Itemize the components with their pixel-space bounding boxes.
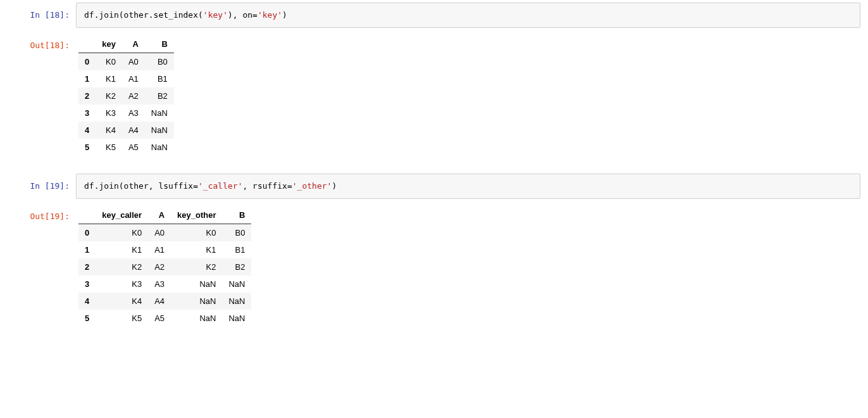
table-cell: K3 bbox=[96, 276, 148, 293]
table-cell: A3 bbox=[122, 104, 145, 122]
code-tokens: df.join(other.set_index('key'), on='key'… bbox=[84, 10, 287, 20]
table-cell: A4 bbox=[122, 122, 145, 139]
table-cell: A4 bbox=[148, 293, 171, 310]
column-header: key_other bbox=[171, 206, 222, 224]
code-token: '_caller' bbox=[198, 181, 242, 191]
table-cell: K0 bbox=[171, 224, 222, 242]
column-header: key bbox=[96, 35, 122, 53]
table-cell: A5 bbox=[122, 139, 145, 156]
table-cell: NaN bbox=[145, 122, 174, 139]
table-row: 2K2A2B2 bbox=[78, 87, 174, 104]
input-cell-0: In [18]: df.join(other.set_index('key'),… bbox=[0, 0, 868, 30]
output-cell-0: Out[18]: keyAB0K0A0B01K1A1B12K2A2B23K3A3… bbox=[0, 30, 868, 171]
code-tokens: df.join(other, lsuffix='_caller', rsuffi… bbox=[84, 181, 337, 191]
table-row: 4K4A4NaN bbox=[78, 122, 174, 139]
table-cell: K0 bbox=[96, 53, 122, 71]
code-token: 'key' bbox=[203, 10, 228, 20]
table-cell: K3 bbox=[96, 104, 122, 122]
output-cell-1: Out[19]: key_callerAkey_otherB0K0A0K0B01… bbox=[0, 201, 868, 342]
table-cell: B1 bbox=[222, 241, 251, 258]
table-cell: K5 bbox=[96, 139, 122, 156]
table-row: 4K4A4NaNNaN bbox=[78, 293, 251, 310]
row-index: 3 bbox=[78, 276, 96, 293]
code-token: ) bbox=[282, 10, 287, 20]
row-index: 0 bbox=[78, 224, 96, 242]
code-token: df.join(other.set_index( bbox=[84, 10, 203, 20]
out-prompt: Out[19]: bbox=[0, 204, 76, 222]
column-header: B bbox=[222, 206, 251, 224]
table-cell: K1 bbox=[96, 241, 148, 258]
row-index: 1 bbox=[78, 241, 96, 258]
row-index: 3 bbox=[78, 104, 96, 122]
table-cell: NaN bbox=[222, 276, 251, 293]
column-header: A bbox=[122, 35, 145, 53]
table-row: 2K2A2K2B2 bbox=[78, 258, 251, 276]
out-prompt: Out[18]: bbox=[0, 33, 76, 51]
table-cell: K4 bbox=[96, 293, 148, 310]
table-cell: NaN bbox=[145, 104, 174, 122]
column-header: key_caller bbox=[96, 206, 148, 224]
table-cell: K1 bbox=[96, 70, 122, 87]
table-cell: K2 bbox=[171, 258, 222, 276]
row-index: 1 bbox=[78, 70, 96, 87]
code-area[interactable]: df.join(other, lsuffix='_caller', rsuffi… bbox=[76, 174, 860, 199]
table-corner bbox=[78, 35, 96, 53]
code-token: ), on= bbox=[228, 10, 257, 20]
table-cell: NaN bbox=[222, 293, 251, 310]
table-cell: B0 bbox=[222, 224, 251, 242]
output-area: keyAB0K0A0B01K1A1B12K2A2B23K3A3NaN4K4A4N… bbox=[76, 33, 868, 168]
code-token: ) bbox=[332, 181, 337, 191]
code-block: df.join(other.set_index('key'), on='key'… bbox=[84, 10, 852, 21]
column-header: A bbox=[148, 206, 171, 224]
dataframe-table: keyAB0K0A0B01K1A1B12K2A2B23K3A3NaN4K4A4N… bbox=[78, 35, 174, 156]
row-index: 5 bbox=[78, 139, 96, 156]
table-cell: B0 bbox=[145, 53, 174, 71]
table-row: 5K5A5NaNNaN bbox=[78, 310, 251, 327]
table-cell: K4 bbox=[96, 122, 122, 139]
table-cell: A0 bbox=[122, 53, 145, 71]
output-area: key_callerAkey_otherB0K0A0K0B01K1A1K1B12… bbox=[76, 204, 868, 339]
row-index: 0 bbox=[78, 53, 96, 71]
in-prompt: In [18]: bbox=[0, 3, 76, 20]
table-row: 1K1A1B1 bbox=[78, 70, 174, 87]
table-cell: A3 bbox=[148, 276, 171, 293]
table-row: 5K5A5NaN bbox=[78, 139, 174, 156]
code-block: df.join(other, lsuffix='_caller', rsuffi… bbox=[84, 180, 852, 192]
table-cell: B1 bbox=[145, 70, 174, 87]
table-cell: A0 bbox=[148, 224, 171, 242]
table-cell: A1 bbox=[122, 70, 145, 87]
table-cell: K5 bbox=[96, 310, 148, 327]
table-cell: K1 bbox=[171, 241, 222, 258]
table-cell: NaN bbox=[171, 276, 222, 293]
row-index: 5 bbox=[78, 310, 96, 327]
table-row: 3K3A3NaN bbox=[78, 104, 174, 122]
table-cell: B2 bbox=[145, 87, 174, 104]
input-cell-1: In [19]: df.join(other, lsuffix='_caller… bbox=[0, 171, 868, 201]
row-index: 4 bbox=[78, 293, 96, 310]
table-cell: A1 bbox=[148, 241, 171, 258]
table-cell: K0 bbox=[96, 224, 148, 242]
table-row: 3K3A3NaNNaN bbox=[78, 276, 251, 293]
code-token: , rsuffix= bbox=[242, 181, 292, 191]
table-cell: NaN bbox=[222, 310, 251, 327]
row-index: 2 bbox=[78, 258, 96, 276]
table-cell: K2 bbox=[96, 87, 122, 104]
table-cell: A2 bbox=[122, 87, 145, 104]
row-index: 2 bbox=[78, 87, 96, 104]
in-prompt: In [19]: bbox=[0, 174, 76, 191]
table-cell: A5 bbox=[148, 310, 171, 327]
table-cell: NaN bbox=[171, 310, 222, 327]
table-cell: NaN bbox=[171, 293, 222, 310]
dataframe-table: key_callerAkey_otherB0K0A0K0B01K1A1K1B12… bbox=[78, 206, 251, 327]
table-cell: NaN bbox=[145, 139, 174, 156]
table-cell: A2 bbox=[148, 258, 171, 276]
column-header: B bbox=[145, 35, 174, 53]
table-row: 1K1A1K1B1 bbox=[78, 241, 251, 258]
row-index: 4 bbox=[78, 122, 96, 139]
code-token: 'key' bbox=[257, 10, 282, 20]
table-cell: K2 bbox=[96, 258, 148, 276]
code-token: df.join(other, lsuffix= bbox=[84, 181, 198, 191]
table-corner bbox=[78, 206, 96, 224]
code-area[interactable]: df.join(other.set_index('key'), on='key'… bbox=[76, 3, 860, 28]
table-row: 0K0A0K0B0 bbox=[78, 224, 251, 242]
